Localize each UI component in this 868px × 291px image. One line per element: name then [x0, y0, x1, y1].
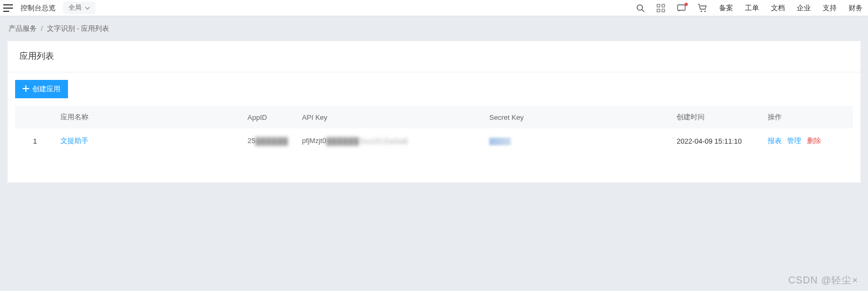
search-icon[interactable] — [636, 4, 645, 12]
th-secret: Secret Key — [484, 106, 671, 128]
cell-name: 文提助手 — [55, 128, 242, 153]
breadcrumb: 产品服务 / 文字识别 - 应用列表 — [0, 16, 868, 41]
breadcrumb-item-0[interactable]: 产品服务 — [9, 24, 37, 32]
apikey-value: pfjMzjt0██████Oo1ZCZaSaE — [302, 137, 409, 145]
notification-dot-icon — [685, 3, 688, 6]
th-action: 操作 — [762, 106, 853, 128]
panel-body: 创建应用 应用名称 AppID API Key Secret Key 创建时间 … — [8, 72, 860, 163]
svg-point-6 — [701, 10, 702, 12]
svg-rect-4 — [662, 9, 665, 12]
page-title: 应用列表 — [8, 41, 860, 72]
app-name-link[interactable]: 文提助手 — [60, 137, 88, 145]
top-bar-left: 控制台总览 全局 — [0, 2, 95, 14]
svg-rect-2 — [662, 4, 665, 7]
apps-grid-icon[interactable] — [657, 4, 665, 12]
nav-enterprise[interactable]: 企业 — [797, 3, 811, 13]
svg-rect-5 — [678, 5, 685, 10]
th-appid: AppID — [242, 106, 297, 128]
cell-index: 1 — [15, 128, 55, 153]
nav-ticket[interactable]: 工单 — [745, 3, 759, 13]
action-delete-link[interactable]: 删除 — [807, 137, 821, 145]
svg-point-0 — [637, 5, 643, 10]
chevron-down-icon — [85, 6, 90, 10]
message-icon[interactable] — [677, 4, 686, 12]
th-index — [15, 106, 55, 128]
th-time: 创建时间 — [671, 106, 762, 128]
create-app-button[interactable]: 创建应用 — [15, 80, 68, 98]
breadcrumb-item-1[interactable]: 文字识别 - 应用列表 — [47, 24, 110, 32]
cell-apikey: pfjMzjt0██████Oo1ZCZaSaE — [297, 128, 484, 153]
nav-finance[interactable]: 财务 — [849, 3, 863, 13]
breadcrumb-sep: / — [41, 24, 43, 32]
cart-icon[interactable] — [698, 4, 707, 12]
app-table: 应用名称 AppID API Key Secret Key 创建时间 操作 1 … — [15, 106, 853, 153]
top-bar-right: 备案 工单 文档 企业 支持 财务 — [636, 3, 866, 13]
app-list-panel: 应用列表 创建应用 应用名称 AppID API Key Secret Key … — [8, 41, 860, 182]
console-title[interactable]: 控制台总览 — [20, 3, 56, 13]
nav-beian[interactable]: 备案 — [719, 3, 733, 13]
cell-secret — [484, 128, 671, 153]
svg-point-7 — [705, 10, 706, 12]
cell-actions: 报表 管理 删除 — [762, 128, 853, 153]
region-label: 全局 — [69, 3, 81, 12]
platform-logo-icon[interactable] — [3, 4, 13, 12]
csdn-watermark: CSDN @轻尘× — [788, 274, 858, 287]
svg-rect-3 — [657, 9, 660, 12]
th-name: 应用名称 — [55, 106, 242, 128]
table-header-row: 应用名称 AppID API Key Secret Key 创建时间 操作 — [15, 106, 853, 128]
action-report-link[interactable]: 报表 — [768, 137, 782, 145]
plus-icon — [23, 85, 29, 93]
region-select[interactable]: 全局 — [63, 2, 95, 14]
action-manage-link[interactable]: 管理 — [787, 137, 801, 145]
secret-value-blur — [489, 138, 511, 145]
create-app-label: 创建应用 — [32, 84, 60, 94]
th-apikey: API Key — [297, 106, 484, 128]
cell-appid: 25██████ — [242, 128, 297, 153]
nav-support[interactable]: 支持 — [823, 3, 837, 13]
nav-docs[interactable]: 文档 — [771, 3, 785, 13]
appid-value: 25██████ — [248, 137, 289, 145]
table-row: 1 文提助手 25██████ pfjMzjt0██████Oo1ZCZaSaE — [15, 128, 853, 153]
cell-time: 2022-04-09 15:11:10 — [671, 128, 762, 153]
top-bar: 控制台总览 全局 备案 工单 文档 企业 支持 财务 — [0, 0, 868, 16]
svg-rect-1 — [657, 4, 660, 7]
